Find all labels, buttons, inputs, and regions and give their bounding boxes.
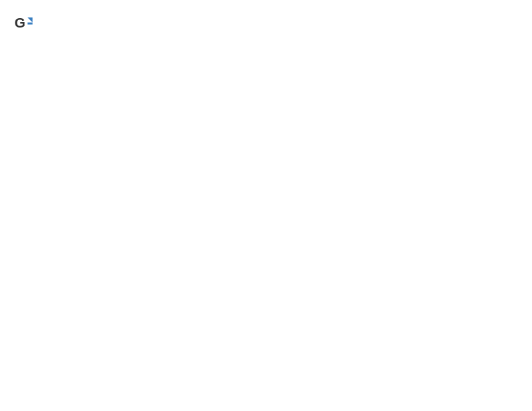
logo-icon: G	[13, 13, 34, 34]
page-header: G	[13, 13, 519, 34]
logo: G	[13, 13, 35, 34]
svg-marker-2	[28, 17, 33, 23]
svg-text:G: G	[15, 15, 26, 30]
svg-rect-3	[28, 23, 33, 25]
